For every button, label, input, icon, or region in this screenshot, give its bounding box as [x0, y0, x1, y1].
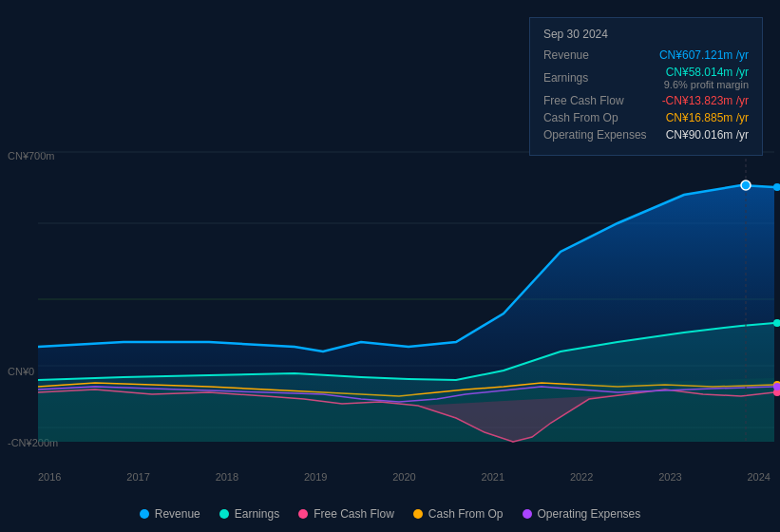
earnings-values: CN¥58.014m /yr 9.6% profit margin — [664, 66, 749, 90]
revenue-label: Revenue — [543, 48, 589, 62]
x-label-2020: 2020 — [392, 471, 415, 483]
svg-point-7 — [741, 180, 751, 190]
legend-label-cashop: Cash From Op — [428, 507, 504, 521]
legend-label-revenue: Revenue — [155, 507, 200, 521]
legend-dot-revenue — [140, 509, 149, 519]
tooltip-row-earnings: Earnings CN¥58.014m /yr 9.6% profit marg… — [543, 66, 749, 90]
tooltip-row-revenue: Revenue CN¥607.121m /yr — [543, 48, 749, 62]
legend-cashop[interactable]: Cash From Op — [413, 507, 504, 521]
legend-revenue[interactable]: Revenue — [140, 507, 200, 521]
legend-label-opex: Operating Expenses — [538, 507, 641, 521]
x-label-2017: 2017 — [126, 471, 149, 483]
x-label-2016: 2016 — [38, 471, 61, 483]
x-label-2022: 2022 — [570, 471, 593, 483]
revenue-value: CN¥607.121m /yr — [659, 48, 749, 62]
fcf-label: Free Cash Flow — [543, 94, 624, 107]
tooltip-title: Sep 30 2024 — [543, 28, 749, 41]
opex-label: Operating Expenses — [543, 128, 647, 142]
earnings-value: CN¥58.014m /yr — [664, 66, 749, 79]
chart-container: Sep 30 2024 Revenue CN¥607.121m /yr Earn… — [0, 0, 780, 532]
x-labels: 2016 2017 2018 2019 2020 2021 2022 2023 … — [38, 471, 770, 483]
legend-label-earnings: Earnings — [235, 507, 279, 521]
x-label-2024: 2024 — [748, 471, 770, 483]
legend: Revenue Earnings Free Cash Flow Cash Fro… — [0, 507, 780, 521]
x-label-2021: 2021 — [482, 471, 504, 483]
legend-dot-cashop — [413, 509, 423, 519]
x-label-2019: 2019 — [304, 471, 327, 483]
x-label-2018: 2018 — [216, 471, 238, 483]
tooltip-box: Sep 30 2024 Revenue CN¥607.121m /yr Earn… — [529, 17, 763, 156]
svg-point-9 — [773, 319, 780, 327]
legend-fcf[interactable]: Free Cash Flow — [298, 507, 394, 521]
earnings-label: Earnings — [543, 71, 588, 85]
cashop-label: Cash From Op — [543, 111, 618, 124]
tooltip-row-opex: Operating Expenses CN¥90.016m /yr — [543, 128, 749, 142]
cashop-value: CN¥16.885m /yr — [666, 111, 749, 124]
legend-dot-earnings — [219, 509, 229, 519]
fcf-value: -CN¥13.823m /yr — [662, 94, 749, 107]
svg-point-8 — [773, 183, 780, 191]
x-label-2023: 2023 — [658, 471, 681, 483]
tooltip-row-cashop: Cash From Op CN¥16.885m /yr — [543, 111, 749, 124]
chart-svg — [0, 147, 780, 451]
legend-opex[interactable]: Operating Expenses — [523, 507, 641, 521]
legend-earnings[interactable]: Earnings — [219, 507, 279, 521]
legend-dot-fcf — [298, 509, 308, 519]
opex-value: CN¥90.016m /yr — [666, 128, 749, 142]
tooltip-row-fcf: Free Cash Flow -CN¥13.823m /yr — [543, 94, 749, 107]
legend-label-fcf: Free Cash Flow — [314, 507, 394, 521]
legend-dot-opex — [523, 509, 532, 519]
profit-margin: 9.6% profit margin — [664, 79, 749, 90]
